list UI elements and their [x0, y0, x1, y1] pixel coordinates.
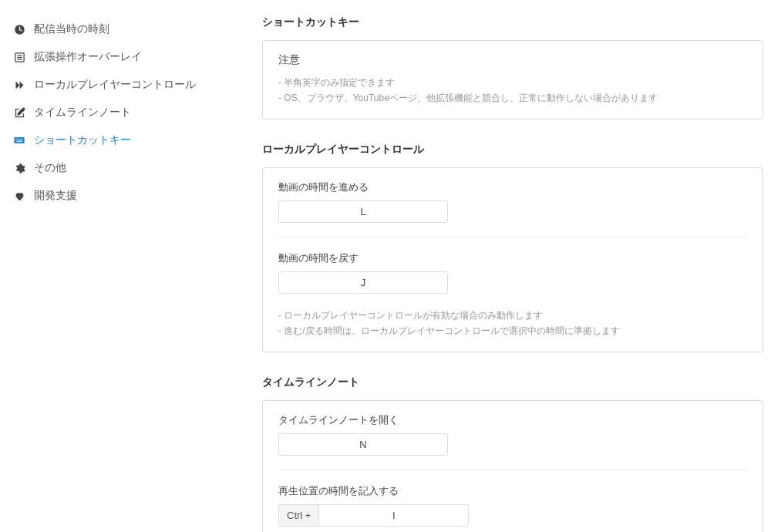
heart-icon: [12, 189, 26, 203]
footnote-line: - 進む/戻る時間は、ローカルプレイヤーコントロールで選択中の時間に準拠します: [278, 323, 747, 338]
notice-title: 注意: [278, 53, 747, 67]
sidebar-item-label: 配信当時の時刻: [34, 22, 109, 36]
sidebar-item-label: ショートカットキー: [34, 133, 131, 147]
setting-label: 動画の時間を進める: [278, 180, 747, 194]
svg-marker-6: [19, 81, 23, 89]
sidebar-item-support[interactable]: 開発支援: [6, 182, 253, 210]
page-title: ショートカットキー: [262, 15, 763, 29]
footnote-line: - ローカルプレイヤーコントロールが有効な場合のみ動作します: [278, 308, 747, 323]
section-title-timeline: タイムラインノート: [262, 375, 763, 389]
svg-rect-12: [17, 141, 22, 142]
sidebar-item-shortcut-key[interactable]: ショートカットキー: [6, 126, 253, 154]
sidebar-item-label: ローカルプレイヤーコントロール: [34, 78, 196, 92]
divider: [278, 237, 747, 237]
key-input-advance[interactable]: [278, 200, 448, 223]
clock-icon: [12, 22, 26, 36]
setting-open-note: タイムラインノートを開く: [278, 413, 747, 456]
section-title-player: ローカルプレイヤーコントロール: [262, 143, 763, 157]
svg-rect-8: [15, 139, 16, 140]
sidebar-item-clock[interactable]: 配信当時の時刻: [6, 15, 253, 43]
player-control-panel: 動画の時間を進める 動画の時間を戻す - ローカルプレイヤーコントロールが有効な…: [262, 167, 763, 352]
player-footnote: - ローカルプレイヤーコントロールが有効な場合のみ動作します - 進む/戻る時間…: [278, 308, 747, 339]
modifier-label: Ctrl +: [278, 504, 318, 527]
sidebar-item-timeline-note[interactable]: タイムラインノート: [6, 99, 253, 126]
sidebar-item-label: その他: [34, 161, 66, 175]
key-input-write-time[interactable]: [318, 504, 469, 527]
setting-rewind: 動画の時間を戻す: [278, 251, 747, 294]
keyboard-icon: [12, 133, 26, 147]
notice-line: - OS、ブラウザ、YouTubeページ、他拡張機能と競合し、正常に動作しない場…: [278, 90, 747, 106]
sidebar-item-label: 開発支援: [34, 189, 77, 203]
notice-panel: 注意 - 半角英字のみ指定できます - OS、ブラウザ、YouTubeページ、他…: [262, 40, 763, 120]
forward-icon: [12, 78, 26, 92]
notice-line: - 半角英字のみ指定できます: [278, 75, 747, 90]
sidebar-item-other[interactable]: その他: [6, 154, 253, 182]
setting-advance: 動画の時間を進める: [278, 180, 747, 223]
notice-text: - 半角英字のみ指定できます - OS、ブラウザ、YouTubeページ、他拡張機…: [278, 75, 747, 106]
edit-icon: [12, 106, 26, 120]
sidebar-item-overlay[interactable]: 拡張操作オーバーレイ: [6, 43, 253, 71]
divider: [278, 470, 747, 470]
svg-rect-7: [14, 137, 24, 143]
svg-marker-5: [15, 81, 19, 89]
sidebar: 配信当時の時刻 拡張操作オーバーレイ ローカルプレイヤーコントロール タイムライ…: [0, 0, 262, 532]
sidebar-item-label: 拡張操作オーバーレイ: [34, 50, 142, 64]
sidebar-item-player-control[interactable]: ローカルプレイヤーコントロール: [6, 71, 253, 99]
setting-label: 再生位置の時間を記入する: [278, 484, 747, 498]
timeline-note-panel: タイムラインノートを開く 再生位置の時間を記入する Ctrl + 動画の時間を進…: [262, 400, 763, 532]
gear-icon: [12, 161, 26, 175]
main-content: ショートカットキー 注意 - 半角英字のみ指定できます - OS、ブラウザ、Yo…: [262, 0, 771, 532]
setting-label: タイムラインノートを開く: [278, 413, 747, 427]
key-input-open-note[interactable]: [278, 433, 448, 456]
setting-label: 動画の時間を戻す: [278, 251, 747, 265]
svg-rect-9: [18, 139, 19, 140]
setting-write-time: 再生位置の時間を記入する Ctrl +: [278, 484, 747, 527]
key-input-rewind[interactable]: [278, 271, 448, 294]
list-icon: [12, 50, 26, 64]
svg-rect-11: [22, 139, 22, 140]
sidebar-item-label: タイムラインノート: [34, 106, 131, 120]
svg-rect-10: [20, 139, 21, 140]
